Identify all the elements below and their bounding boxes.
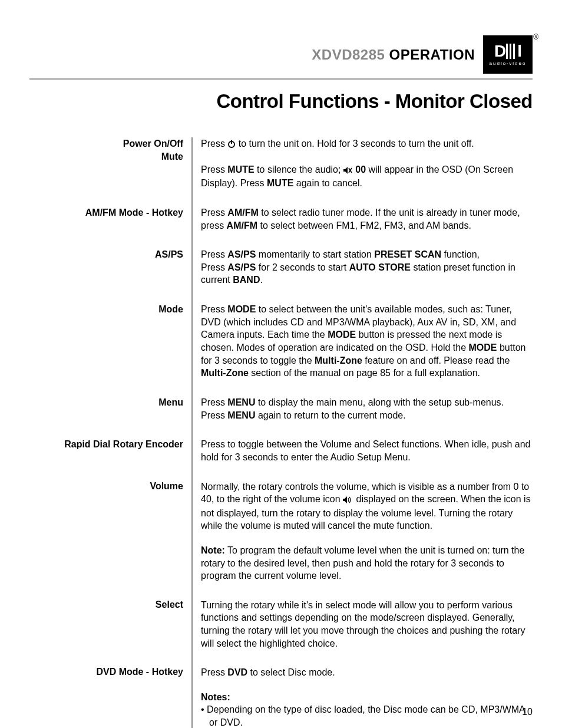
row-description: Press to toggle between the Volume and S… — [201, 438, 533, 463]
row-label: Select — [29, 598, 183, 649]
row-description: Press AM/FM to select radio tuner mode. … — [201, 206, 533, 232]
description-paragraph: Notes:Depending on the type of disc load… — [201, 691, 533, 728]
row-label: AM/FM Mode - Hotkey — [29, 206, 183, 232]
row-label: DVD Mode - Hotkey — [29, 666, 183, 728]
description-paragraph: Press MENU again to return to the curren… — [201, 409, 533, 422]
row-label: Power On/OffMute — [29, 137, 183, 190]
description-paragraph: Press DVD to select Disc mode. — [201, 666, 533, 679]
row-description: Normally, the rotary controls the volume… — [201, 480, 533, 582]
row-description: Press DVD to select Disc mode.Notes:Depe… — [201, 666, 533, 728]
label-text: Volume — [150, 481, 183, 491]
header-title: XDVD8285 OPERATION — [312, 47, 475, 63]
description-paragraph: Press AS/PS momentarily to start station… — [201, 248, 533, 261]
svg-marker-5 — [343, 496, 347, 503]
descriptions-column: Press to turn the unit on. Hold for 3 se… — [193, 137, 533, 728]
description-paragraph: Press MENU to display the main menu, alo… — [201, 396, 533, 409]
description-paragraph: Press to turn the unit on. Hold for 3 se… — [201, 137, 533, 151]
label-text: AM/FM Mode - Hotkey — [85, 207, 183, 218]
description-paragraph: Note: To program the default volume leve… — [201, 544, 533, 582]
row-description: Press AS/PS momentarily to start station… — [201, 248, 533, 286]
row-description: Press MENU to display the main menu, alo… — [201, 396, 533, 421]
header-model: XDVD8285 — [312, 47, 385, 62]
row-description: Press MODE to select between the unit's … — [201, 303, 533, 380]
description-paragraph: Press AS/PS for 2 seconds to start AUTO … — [201, 261, 533, 286]
description-paragraph: Normally, the rotary controls the volume… — [201, 480, 533, 532]
header-section: OPERATION — [389, 47, 475, 62]
label-text: Rapid Dial Rotary Encoder — [64, 439, 183, 449]
row-label: Mode — [29, 303, 183, 380]
svg-marker-2 — [343, 167, 348, 174]
label-text: AS/PS — [155, 249, 183, 259]
logo-bars-icon — [506, 44, 517, 59]
power-icon — [227, 139, 236, 151]
content-area: Power On/OffMuteAM/FM Mode - HotkeyAS/PS… — [29, 137, 533, 728]
row-label: Volume — [29, 480, 183, 582]
page-number: 10 — [522, 707, 533, 717]
description-paragraph: Press to toggle between the Volume and S… — [201, 438, 533, 463]
mute-icon — [343, 164, 353, 177]
row-label: Menu — [29, 396, 183, 421]
brand-logo: ® Dl audio·video — [483, 35, 533, 74]
description-paragraph: Press MUTE to silence the audio; 00 will… — [201, 163, 533, 190]
row-description: Press to turn the unit on. Hold for 3 se… — [201, 137, 533, 190]
row-label: AS/PS — [29, 248, 183, 286]
label-text: Menu — [158, 397, 183, 407]
label-text: Power On/Off — [123, 139, 183, 149]
label-text: Mode — [158, 304, 183, 314]
description-paragraph: Press MODE to select between the unit's … — [201, 303, 533, 380]
registered-mark: ® — [533, 33, 538, 41]
page-header: XDVD8285 OPERATION ® Dl audio·video — [29, 35, 533, 74]
row-label: Rapid Dial Rotary Encoder — [29, 438, 183, 463]
label-text: Mute — [161, 151, 183, 162]
labels-column: Power On/OffMuteAM/FM Mode - HotkeyAS/PS… — [29, 137, 191, 728]
volume-icon — [343, 494, 353, 507]
description-paragraph: Turning the rotary while it's in select … — [201, 599, 533, 650]
page-title: Control Functions - Monitor Closed — [29, 90, 533, 113]
label-text: DVD Mode - Hotkey — [96, 667, 183, 677]
row-description: Turning the rotary while it's in select … — [201, 599, 533, 650]
description-paragraph: Press AM/FM to select radio tuner mode. … — [201, 206, 533, 232]
label-text: Select — [156, 599, 183, 610]
header-divider — [29, 78, 533, 80]
brand-logo-text: Dl — [494, 43, 521, 60]
brand-logo-subtext: audio·video — [490, 61, 527, 66]
